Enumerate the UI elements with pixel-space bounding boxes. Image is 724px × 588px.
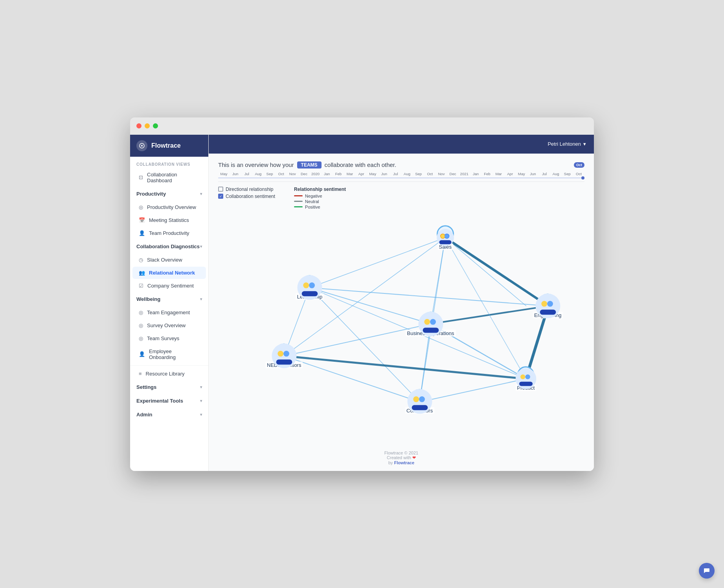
product-avatar [517, 366, 535, 384]
timeline-line[interactable] [218, 178, 584, 178]
svg-point-30 [309, 282, 315, 288]
svg-line-13 [310, 288, 548, 306]
sidebar-item-team-surveys[interactable]: ◎ Team Surveys [132, 332, 206, 344]
sidebar-item-slack-overview[interactable]: ◷ Slack Overview [132, 254, 206, 266]
legend-area: Directional relationship ✓ Collaboration… [218, 187, 584, 210]
logo-icon [136, 140, 147, 151]
svg-point-50 [419, 396, 425, 402]
collaboration-checkbox-filled: ✓ [218, 194, 223, 199]
user-chevron-icon: ▾ [583, 141, 586, 147]
sidebar-item-company-sentiment[interactable]: ☑ Company Sentiment [132, 280, 206, 292]
node-contractors[interactable]: Contractors [405, 389, 434, 414]
svg-rect-47 [519, 382, 533, 384]
timeline-container: May Jun Jul Aug Sep Oct Nov Dec 2020 Jan… [218, 172, 584, 182]
sidebar-group-wellbeing[interactable]: Wellbeing ▾ [130, 293, 208, 305]
sidebar-item-experimental-tools[interactable]: Experimental Tools ▾ [130, 395, 208, 407]
node-neds-advisors[interactable]: NEDs/Advisors [265, 344, 303, 368]
svg-point-29 [303, 282, 309, 288]
sidebar-item-meeting-statistics[interactable]: 📅 Meeting Statistics [132, 214, 206, 226]
team-engagement-icon: ◎ [139, 310, 143, 315]
team-surveys-icon: ◎ [139, 335, 143, 341]
app-window: Flowtrace COLLABORATION VIEWS ⊡ Collabor… [130, 117, 594, 471]
svg-line-20 [420, 379, 526, 402]
sales-avatar [437, 225, 454, 242]
chat-button[interactable] [699, 563, 715, 579]
main-content: This is an overview how your TEAMS colla… [209, 154, 594, 471]
heart-icon: ❤ [412, 455, 416, 460]
sidebar: Flowtrace COLLABORATION VIEWS ⊡ Collabor… [130, 135, 209, 471]
node-product[interactable]: Product [515, 366, 536, 391]
network-svg [218, 215, 584, 443]
directional-relationship-checkbox[interactable]: Directional relationship [218, 187, 275, 192]
teams-badge[interactable]: TEAMS [297, 161, 322, 169]
sidebar-item-admin[interactable]: Admin ▾ [130, 408, 208, 421]
productivity-overview-icon: ◎ [139, 204, 143, 210]
sentiment-title: Relationship sentiment [294, 187, 346, 192]
top-header: Petri Lehtonen ▾ [209, 135, 594, 154]
svg-point-27 [445, 234, 449, 238]
positive-line-icon [294, 206, 303, 207]
intro-bar: This is an overview how your TEAMS colla… [218, 161, 584, 169]
sentiment-legend: Relationship sentiment Negative Neutral … [294, 187, 346, 210]
close-button[interactable] [136, 123, 141, 128]
positive-label: Positive [305, 205, 320, 209]
neutral-label: Neutral [305, 199, 319, 204]
collaboration-views-label: COLLABORATION VIEWS [130, 157, 208, 168]
svg-point-46 [525, 374, 530, 379]
sidebar-item-productivity-overview[interactable]: ◎ Productivity Overview [132, 201, 206, 213]
business-operations-avatar [422, 311, 439, 329]
sidebar-item-label: Collaboration Dashboard [147, 172, 200, 183]
sidebar-item-collaboration-dashboard[interactable]: ⊡ Collaboration Dashboard [132, 169, 206, 187]
sidebar-item-team-productivity[interactable]: 👤 Team Productivity [132, 227, 206, 239]
employee-onboarding-icon: 👤 [139, 351, 145, 357]
svg-point-34 [547, 301, 553, 307]
maximize-button[interactable] [153, 123, 158, 128]
svg-point-37 [424, 319, 430, 325]
current-month-badge: Oct [574, 162, 584, 168]
chevron-down-icon-2: ▾ [200, 244, 202, 249]
sentiment-negative: Negative [294, 194, 346, 198]
negative-line-icon [294, 195, 303, 196]
contractors-avatar [411, 389, 428, 407]
intro-text-before: This is an overview how your [218, 161, 294, 168]
main-panel: Petri Lehtonen ▾ This is an overview how… [209, 135, 594, 471]
intro-text-after: collaborate with each other. [325, 161, 397, 168]
node-engineering[interactable]: Engineering [533, 293, 563, 318]
sidebar-item-team-engagement[interactable]: ◎ Team Engagement [132, 306, 206, 319]
sidebar-item-resource-library[interactable]: ≡ Resource Library [132, 368, 206, 380]
user-menu[interactable]: Petri Lehtonen ▾ [548, 141, 586, 147]
collaboration-sentiment-checkbox[interactable]: ✓ Collaboration sentiment [218, 194, 275, 199]
minimize-button[interactable] [145, 123, 150, 128]
chevron-down-icon-3: ▾ [200, 297, 202, 301]
team-productivity-icon: 👤 [139, 230, 145, 236]
sidebar-item-relational-network[interactable]: 👥 Relational Network [132, 267, 206, 279]
svg-point-38 [430, 319, 436, 325]
sidebar-item-settings[interactable]: Settings ▾ [130, 381, 208, 393]
sentiment-neutral: Neutral [294, 199, 346, 204]
meeting-statistics-icon: 📅 [139, 217, 145, 223]
negative-label: Negative [305, 194, 322, 198]
app-main-row: Flowtrace COLLABORATION VIEWS ⊡ Collabor… [130, 135, 594, 471]
directional-label: Directional relationship [226, 187, 273, 192]
leadership-avatar [301, 275, 318, 293]
experimental-chevron-icon: ▾ [200, 399, 202, 403]
svg-point-41 [277, 351, 283, 357]
sidebar-divider [130, 365, 208, 366]
footer-brand: Flowtrace [394, 460, 414, 465]
sidebar-item-employee-onboarding[interactable]: 👤 Employee Onboarding [132, 345, 206, 363]
titlebar [130, 117, 594, 135]
sidebar-group-collaboration-diagnostics[interactable]: Collaboration Diagnostics ▾ [130, 240, 208, 253]
sidebar-item-survey-overview[interactable]: ◎ Survey Overview [132, 319, 206, 332]
admin-chevron-icon: ▾ [200, 412, 202, 417]
relational-network-icon: 👥 [139, 270, 145, 276]
timeline-track: May Jun Jul Aug Sep Oct Nov Dec 2020 Jan… [218, 172, 584, 176]
svg-rect-31 [302, 291, 318, 292]
node-business-operations[interactable]: Business Operations [406, 311, 456, 336]
node-leadership[interactable]: Leadership [296, 275, 324, 300]
sidebar-logo: Flowtrace [130, 135, 208, 157]
sidebar-group-productivity[interactable]: Productivity ▾ [130, 188, 208, 200]
svg-rect-25 [439, 240, 451, 242]
footer-created: Created with ❤ [226, 455, 577, 460]
node-sales[interactable]: Sales [437, 225, 454, 250]
svg-rect-39 [423, 328, 439, 329]
